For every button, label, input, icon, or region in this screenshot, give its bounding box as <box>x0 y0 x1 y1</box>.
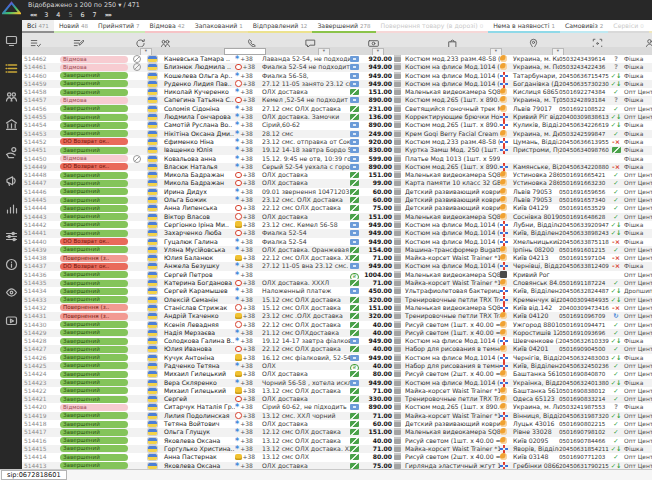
table-row[interactable]: 514455 Завершений Людмила Гончарова *+38… <box>22 113 652 121</box>
contacts-icon[interactable] <box>5 88 18 101</box>
monitor-icon[interactable] <box>5 32 18 45</box>
phone-number: +38 <box>240 437 253 444</box>
comments-icon[interactable] <box>305 34 316 45</box>
table-row[interactable]: 514432 Повернення (з.. Станіслав Стрижак… <box>22 304 652 312</box>
table-row[interactable]: 514451 Завершений Іващенко Юлія *+38 19.… <box>22 146 652 154</box>
tab-6[interactable]: Завершений 278 <box>312 20 375 33</box>
tab-1[interactable]: Новий 48 <box>54 20 93 33</box>
products-icon[interactable] <box>447 34 458 45</box>
table-row[interactable]: 514454 Завершений Самотій Руслана Во.. *… <box>22 121 652 129</box>
table-row[interactable]: 514424 Завершений Михаил Гилецький +38 О… <box>22 370 652 378</box>
table-row[interactable]: 514461 Відмова Близнюк Людмила .. +38 Фи… <box>22 63 652 71</box>
table-row[interactable]: 514435 Завершений Катерина Богданова +38… <box>22 279 652 287</box>
table-row[interactable]: 514436 Завершений Сергей Петров *+38 ₴ 1… <box>22 271 652 279</box>
payment-cod-icon <box>350 89 359 95</box>
table-row[interactable]: 514449 DO Возврат ок.. Власюк Наталья *+… <box>22 163 652 171</box>
page-number-5[interactable]: 5 <box>68 10 72 20</box>
table-row[interactable]: 514446 Завершений Ирина Дидух *+38 09.01… <box>22 188 652 196</box>
table-row[interactable]: 514457 Відмова Сапегина Татьяна С.. +38 … <box>22 96 652 104</box>
table-row[interactable]: 514460 Завершений Кошелева Ольга Ар.. *+… <box>22 72 652 80</box>
table-row[interactable]: 514434 Завершений Сергей Карамышев *+38 … <box>22 287 652 295</box>
tracking-number: 20450634220880 <box>559 163 610 171</box>
table-row[interactable]: 514422 Завершений Михаил Гилецький +38 1… <box>22 387 652 395</box>
table-row[interactable]: 514415 Завершений Горгулько Христина.. *… <box>22 445 652 453</box>
tab-11[interactable]: В дорозі додому 0 <box>649 20 652 33</box>
tab-7[interactable]: Повернення товару (в дорозі) 0 <box>376 20 489 33</box>
status-badge: Завершений <box>60 180 128 187</box>
table-row[interactable]: 514456 Завершений Соломія Сідоніна *+38 … <box>22 105 652 113</box>
table-row[interactable]: 514450 Відмова Ковальова анна *+38 15.12… <box>22 155 652 163</box>
table-row[interactable]: 514418 Завершений Тетяна Войтович *+38 О… <box>22 420 652 428</box>
company-icon[interactable] <box>5 116 18 129</box>
tab-9[interactable]: Самовивіз 2 <box>560 20 608 33</box>
payment-icon[interactable] <box>368 34 379 45</box>
table-row[interactable]: 514439 Завершений Уляна Мусійовська *+38… <box>22 246 652 254</box>
contact-ring-icon <box>235 346 242 353</box>
table-row[interactable]: 514431 Повернення (з.. Андрій Ткаченко +… <box>22 312 652 320</box>
refresh-icon[interactable] <box>135 34 146 45</box>
table-row[interactable]: 514433 Завершений Олексій Семанін *+38 1… <box>22 296 652 304</box>
tracking-icon[interactable] <box>592 34 603 45</box>
page-number-7[interactable]: 7 <box>93 10 97 20</box>
status-badge: Завершений <box>60 445 128 452</box>
table-row[interactable]: 514427 Завершений Юлия Иванова +38 22.12… <box>22 345 652 353</box>
phone-icon[interactable] <box>247 34 258 45</box>
table-row[interactable]: 514437 DO Возврат ок.. Анжела Безушку *+… <box>22 262 652 270</box>
orders-list-icon[interactable] <box>5 60 18 73</box>
sales-hand-icon[interactable] <box>5 144 18 157</box>
tab-4[interactable]: Запакований 1 <box>190 20 248 33</box>
table-row[interactable]: 514419 Завершений Лилия Подолинская +38 … <box>22 412 652 420</box>
table-row[interactable]: 514453 Завершений Нікітіна Оксана Дми.. … <box>22 130 652 138</box>
filters-sliders-icon[interactable] <box>5 228 18 241</box>
phone-filter-input[interactable] <box>224 48 266 55</box>
table-row[interactable]: 514414 Завершений Анна Пастернак +38 13.… <box>22 453 652 461</box>
support-eye-icon[interactable] <box>5 284 18 297</box>
stats-icon[interactable] <box>5 200 18 213</box>
table-row[interactable]: 514417 Завершений Ольга Глущук *+38 12.1… <box>22 428 652 436</box>
tab-8[interactable]: Нема в наявності 1 <box>488 20 560 33</box>
broadcast-icon[interactable] <box>5 172 18 185</box>
tab-5[interactable]: Відправлений 12 <box>248 20 313 33</box>
table-row[interactable]: 514430 Завершений Ксенія Левадняя +38 22… <box>22 321 652 329</box>
rows-edit-icon[interactable] <box>73 34 84 45</box>
payment-card-icon <box>350 147 359 153</box>
table-row[interactable]: 514426 Завершений Кучук Антоніна +38 16.… <box>22 354 652 362</box>
video-help-icon[interactable] <box>5 312 18 325</box>
table-row[interactable]: 514443 Завершений Віктор Власов +38 ОЛХ … <box>22 213 652 221</box>
table-row[interactable]: 514423 Завершений Вера Скляренко *+38 Чо… <box>22 379 652 387</box>
table-row[interactable]: 514445 Завершений Ольга Божик *+38 23.12… <box>22 196 652 204</box>
table-row[interactable]: 514421 Завершений Сергей +38 ОЛХ доставк… <box>22 395 652 403</box>
page-number-4[interactable]: 4 <box>56 10 60 20</box>
table-row[interactable]: 514429 Завершений Надія Мерзаєва *+38 21… <box>22 329 652 337</box>
tab-3[interactable]: Відмова 42 <box>145 20 190 33</box>
table-row[interactable]: 514438 Повернення (з.. Юлия Баланюк +38 … <box>22 254 652 262</box>
table-row[interactable]: 514444 Завершений Анна Липенська +38 22.… <box>22 204 652 212</box>
table-row[interactable]: 514442 Завершений Сергіонко Іріна Ми.. +… <box>22 221 652 229</box>
last-page-button[interactable]: »» <box>105 10 111 20</box>
page-number-6[interactable]: 6 <box>81 10 85 20</box>
table-row[interactable]: 514458 Завершений Николай Кучеренко *+38… <box>22 88 652 96</box>
table-row[interactable]: 514416 Завершений Яковлева Оксана *+38 1… <box>22 437 652 445</box>
table-row[interactable]: 514462 Відмова Каневська Тамара .. *+38 … <box>22 55 652 63</box>
address-icon[interactable] <box>528 34 539 45</box>
rows-check-icon[interactable] <box>30 34 41 45</box>
display-range-text[interactable]: Відображено з 200 по 250 ▾ / 471 <box>28 1 140 9</box>
tab-count: 1 <box>551 23 555 29</box>
table-row[interactable]: 514452 DO Возврат ок.. Єфименко Ніна *+3… <box>22 138 652 146</box>
table-row[interactable]: 514447 Завершений Микола Бадражан +38 ОЛ… <box>22 179 652 187</box>
tab-0[interactable]: Всі 471 <box>22 20 54 33</box>
table-row[interactable]: 514420 Відмова Ситарчук Наталія Гр.. *+3… <box>22 403 652 411</box>
page-number-3[interactable]: 3 <box>44 10 48 20</box>
tab-2[interactable]: Прийнятий 7 <box>93 20 145 33</box>
info-icon[interactable] <box>5 256 18 269</box>
table-row[interactable]: 514459 Завершений Руденко Лидия Пав.. +3… <box>22 80 652 88</box>
table-row[interactable]: 514441 Завершений Захарченко Люба +38 Фи… <box>22 229 652 237</box>
table-row[interactable]: 514440 DO Возврат ок.. Гуцалюк Галина *+… <box>22 238 652 246</box>
table-row[interactable]: 514425 Завершений Радченко Тетяна *+38 О… <box>22 362 652 370</box>
tab-10[interactable]: Сервіси 0 <box>608 20 648 33</box>
clients-icon[interactable] <box>160 34 171 45</box>
first-page-button[interactable]: «« <box>30 10 36 20</box>
table-row[interactable]: 514448 Завершений Микола Бадражан +38 ОЛ… <box>22 171 652 179</box>
source-icon[interactable] <box>644 34 652 45</box>
table-row[interactable]: 514428 Завершений Солодкова Галина В.. *… <box>22 337 652 345</box>
